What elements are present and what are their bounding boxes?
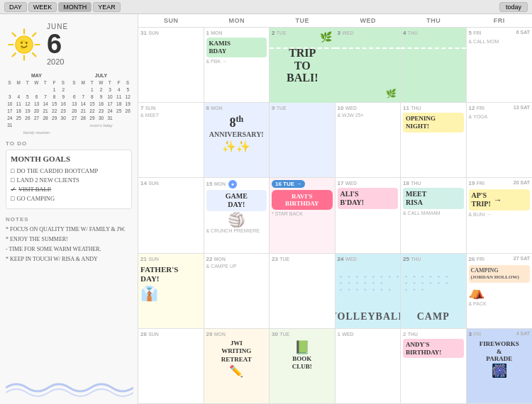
cell-jun28[interactable]: 28 SUN [138,329,204,404]
check-empty-4: □ [11,195,14,202]
cell-jun24-volleyball[interactable]: 24 WED VOLLEYBALL [336,254,401,329]
cell-jun14[interactable]: 14 SUN [138,178,204,253]
check-empty-1: □ [11,167,14,174]
cell-jun26[interactable]: 26 FRI 27 SAT CAMPING(JORDAN HOLLOW) ⛺ &… [467,254,533,329]
event-kamis-bday[interactable]: KAMISBDAY [206,38,267,57]
event-alis-bday[interactable]: ALI'SB'DAY! [338,188,399,209]
cell-jun18[interactable]: 18 THU MEETRISA & CALL MAMAM [401,178,467,253]
cell-jul3-fireworks[interactable]: 3 FRI 4 SAT FIREWORKS&PARADE 🎆 [467,329,533,404]
cell-jun12[interactable]: 12 FRI 13 SAT & YOGA [467,103,533,178]
cell-jun17[interactable]: 17 WED ALI'SB'DAY! [336,178,401,253]
cell-jun3[interactable]: 3 WED 🌿 [336,28,401,103]
date-jun8: 8 MON [206,105,267,111]
event-fathers-day: FATHER'SDAY! [140,265,201,284]
jwi-retreat-card: JWIWRITINGRETREAT ✏️ [206,340,267,378]
cell-jul1[interactable]: 1 WED [336,329,401,404]
dot-pattern-2 [401,264,466,310]
camping-text: CAMPING(JORDAN HOLLOW) [471,267,528,281]
cell-jul2[interactable]: 2 THU ANDY'SBIRTHDAY! [401,329,467,404]
svg-point-11 [340,275,342,277]
main-layout: JUNE 6 2020 MAY SMTWTFS 12 3456789 10111… [0,14,532,404]
cell-jun21[interactable]: 21 SUN FATHER'SDAY! 👔 [138,254,204,329]
cell-jun15[interactable]: 15 MON ● GAMEDAY! 🏐 & CRUNCH PREMIERE [204,178,270,253]
date-jun15: 15 MON [206,181,226,187]
date-jun14: 14 SUN [140,180,201,186]
notes-content: * FOCUS ON QUALITY TIME W/ FAMILY & JW. … [6,225,132,264]
date-jun25: 25 THU [403,256,464,262]
date-jul4: 4 SAT [516,331,530,336]
cell-jun19[interactable]: 19 FRI 20 SAT AP'STRIP! → & BUNI → [467,178,533,253]
svg-point-15 [372,275,374,277]
date-jun23: 23 TUE [272,256,333,262]
header-sun: SUN [138,14,204,27]
anniversary-text: 8th [206,115,267,130]
svg-point-14 [364,275,366,277]
note-jun5: & CALL MOM [469,39,531,44]
cell-jun7[interactable]: 7 SUN & MEET [138,103,204,178]
nav-month-button[interactable]: MONTH [58,2,92,12]
header-tue: TUE [270,14,336,27]
svg-point-26 [348,288,350,291]
svg-point-32 [405,275,407,277]
date-info: JUNE 6 2020 [47,23,68,66]
svg-point-42 [438,282,440,284]
svg-point-27 [355,288,358,291]
date-jun26: 26 FRI [469,256,484,262]
cell-jun9[interactable]: 9 TUE [270,103,336,178]
cell-jun16-today[interactable]: 16 TUE → RAVI'SBIRTHDAY * STAR BACK [270,178,336,253]
cell-jun30[interactable]: 30 TUE 📗 BOOKCLUB! [270,329,336,404]
event-meet-risa[interactable]: MEETRISA [403,188,464,209]
event-game-day[interactable]: GAMEDAY! [206,190,267,211]
mini-cal-may-header: MAY [6,73,67,78]
note-2: * ENJOY THE SUMMER! [6,235,132,244]
cell-jun2-bali[interactable]: 2 TUE TRIPTOBALI! 🌿 [270,28,336,103]
date-jun1: 1 MON [206,30,267,36]
note-jun18: & CALL MAMAM [403,211,464,215]
cell-jun23[interactable]: 23 TUE [270,254,336,329]
cell-jun8-anniversary[interactable]: 8 MON 8th ANNIVERSARY! ✨✨ [204,103,270,178]
note-4: * KEEP IN TOUCH W/ RISA & ANDY [6,255,132,264]
ravis-bday-card: RAVI'SBIRTHDAY [272,190,333,210]
today-button[interactable]: today [499,2,528,12]
dot-pattern [336,264,401,310]
event-opening-night[interactable]: OPENINGNIGHT! [403,113,464,133]
cell-jun25-camp[interactable]: 25 THU CAMP [401,254,467,329]
cell-jun4[interactable]: 4 THU [401,28,467,103]
cell-jun29[interactable]: 29 MON JWIWRITINGRETREAT ✏️ [204,329,270,404]
mini-cal-july-header: JULY [70,73,132,78]
note-1: * FOCUS ON QUALITY TIME W/ FAMILY & JW. [6,225,132,234]
badge-jun15: ● [228,180,237,189]
cell-may31[interactable]: 31 SUN [138,28,204,103]
date-jun7: 7 SUN [140,105,201,111]
fireworks-icon: 🎆 [469,363,531,378]
svg-point-37 [445,275,448,277]
event-andys-bday[interactable]: ANDY'SBIRTHDAY! [403,339,464,359]
cell-jun1[interactable]: 1 MON KAMISBDAY & PBK → [204,28,270,103]
event-aps-trip[interactable]: AP'STRIP! → [469,189,531,211]
svg-point-17 [388,275,390,277]
svg-point-39 [414,282,416,284]
svg-point-18 [397,275,399,277]
date-jun29: 29 MON [206,331,267,337]
wave-decoration [6,377,132,398]
cell-jun22[interactable]: 22 MON & CAMPE UP [204,254,270,329]
svg-point-12 [348,275,350,277]
mini-cal-july-grid: SMTWTFS 12345 6789101112 13141516171819 … [70,79,132,121]
note-jun7: & MEET [140,113,201,118]
note-jun10: & WJW 25+ [338,113,399,118]
anniversary-label: ANNIVERSARY! [206,130,267,138]
svg-point-34 [421,275,423,277]
sidebar: JUNE 6 2020 MAY SMTWTFS 12 3456789 10111… [0,14,138,404]
cell-jun11[interactable]: 11 THU OPENINGNIGHT! [401,103,467,178]
date-jun4: 4 THU [403,30,464,36]
family-reunion-label: family reunion [6,130,67,135]
cell-jun5[interactable]: 5 FRI 6 SAT & CALL MOM [467,28,533,103]
nav-year-button[interactable]: YEAR [93,2,121,12]
date-jul2: 2 THU [403,331,464,337]
date-jun30: 30 TUE [272,331,333,337]
cell-jun10[interactable]: 10 WED & WJW 25+ [336,103,401,178]
date-jun19: 19 FRI [469,180,484,186]
nav-week-button[interactable]: WEEK [28,2,57,12]
nav-day-button[interactable]: DAY [4,2,27,12]
mini-cal-may: MAY SMTWTFS 12 3456789 10111213141516 17… [6,73,67,135]
